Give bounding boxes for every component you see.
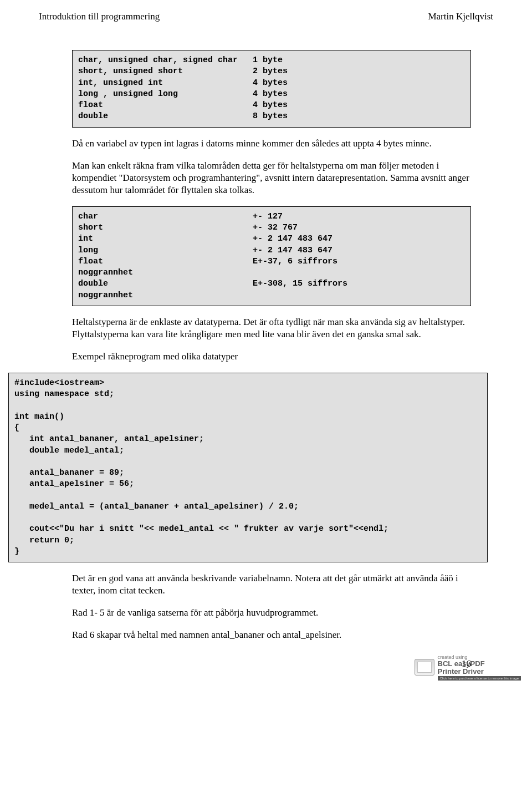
paragraph-5: Det är en god vana att använda beskrivan…	[72, 572, 471, 597]
paragraph-4: Exempel räkneprogram med olika datatyper	[72, 351, 471, 363]
header-left: Introduktion till programmering	[39, 11, 160, 22]
watermark-click-text: Click here to purchase a license to remo…	[438, 676, 521, 681]
page-number: 16	[39, 658, 471, 669]
paragraph-3: Heltalstyperna är de enklaste av datatyp…	[72, 316, 471, 341]
printer-icon	[415, 659, 434, 676]
watermark-text: created using BCL easyPDF Printer Driver…	[438, 654, 521, 680]
page-header: Introduktion till programmering Martin K…	[39, 11, 493, 22]
header-right: Martin Kjellqvist	[428, 11, 493, 22]
document-page: Introduktion till programmering Martin K…	[0, 0, 532, 686]
paragraph-6: Rad 1- 5 är de vanliga satserna för att …	[72, 607, 471, 619]
watermark-product-line2: Printer Driver	[438, 668, 521, 676]
codebox-type-sizes: char, unsigned char, signed char 1 byte …	[72, 50, 471, 128]
codebox-example-program: #include<iostream> using namespace std; …	[8, 373, 488, 562]
paragraph-2: Man kan enkelt räkna fram vilka talområd…	[72, 160, 471, 196]
pdf-watermark[interactable]: created using BCL easyPDF Printer Driver…	[415, 654, 521, 680]
codebox-type-ranges: char +- 127 short +- 32 767 int +- 2 147…	[72, 206, 471, 306]
paragraph-1: Då en variabel av typen int lagras i dat…	[72, 138, 471, 150]
paragraph-7: Rad 6 skapar två heltal med namnen antal…	[72, 629, 471, 641]
watermark-product-line1: BCL easyPDF	[438, 660, 521, 668]
